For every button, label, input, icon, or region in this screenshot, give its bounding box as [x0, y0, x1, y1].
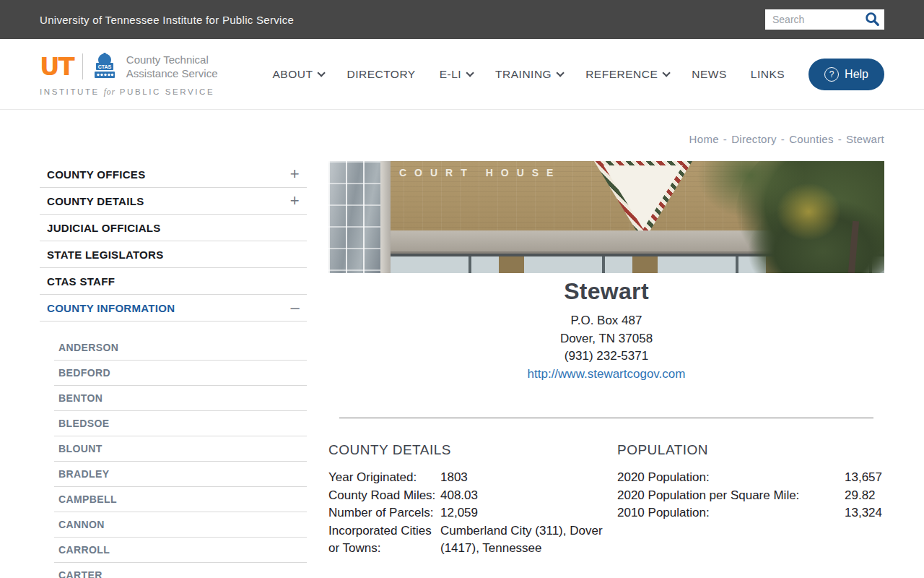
tree-foliage [776, 183, 841, 241]
search-input[interactable] [772, 14, 864, 25]
population-row: 2020 Population: 13,657 [617, 469, 884, 487]
sidebar-item-county-offices[interactable]: COUNTY OFFICES + [40, 161, 307, 188]
nav-training[interactable]: TRAINING [495, 68, 562, 81]
breadcrumb-counties[interactable]: Counties [789, 133, 834, 145]
help-button[interactable]: ? Help [808, 59, 884, 90]
population-heading: POPULATION [617, 442, 884, 458]
address-line-1: P.O. Box 487 [328, 312, 884, 330]
county-link-carroll[interactable]: CARROLL [54, 538, 307, 563]
breadcrumb: Home-Directory-Counties-Stewart [0, 133, 924, 145]
breadcrumb-separator: - [781, 133, 785, 145]
institute-tagline: INSTITUTE for PUBLIC SERVICE [40, 87, 218, 96]
logo-divider [82, 53, 83, 79]
population-row: 2020 Population per Square Mile: 29.82 [617, 487, 884, 505]
detail-row: Incorporated Cities or Towns: Cumberland… [328, 522, 610, 558]
sidebar: COUNTY OFFICES + COUNTY DETAILS + JUDICI… [40, 161, 307, 578]
nav-directory[interactable]: DIRECTORY [346, 68, 415, 81]
courthouse-photo: COURT HOUSE [328, 161, 884, 273]
breadcrumb-separator: - [838, 133, 842, 145]
county-website-link[interactable]: http://www.stewartcogov.com [528, 367, 686, 381]
ctas-capitol-icon: CTAS [92, 53, 118, 80]
svg-text:CTAS: CTAS [98, 64, 112, 69]
section-divider [339, 418, 873, 418]
population-row: 2010 Population: 13,324 [617, 504, 884, 522]
nav-news[interactable]: NEWS [692, 68, 727, 81]
county-link-bledsoe[interactable]: BLEDSOE [54, 411, 307, 436]
plus-icon[interactable]: + [290, 166, 300, 182]
glass-curtain-wall [328, 161, 380, 273]
county-details-section: COUNTY DETAILS Year Originated: 1803 Cou… [328, 442, 610, 558]
main-panel: COURT HOUSE Stewart P.O. Box 487 Dover, … [328, 161, 884, 578]
detail-row: Number of Parcels: 12,059 [328, 504, 610, 522]
courthouse-sign-text: COURT HOUSE [399, 167, 561, 178]
county-link-cannon[interactable]: CANNON [54, 512, 307, 538]
plus-icon[interactable]: + [290, 193, 300, 209]
county-list: ANDERSON BEDFORD BENTON BLEDSOE BLOUNT B… [54, 335, 307, 578]
search-box[interactable] [765, 9, 884, 30]
page-title: Stewart [328, 277, 884, 306]
wall-pillar [380, 161, 391, 273]
search-button[interactable] [864, 11, 880, 29]
sidebar-item-ctas-staff[interactable]: CTAS STAFF [40, 268, 307, 295]
nav-links[interactable]: LINKS [751, 68, 785, 81]
county-link-benton[interactable]: BENTON [54, 386, 307, 411]
site-title: University of Tennessee Institute for Pu… [40, 14, 294, 26]
county-link-campbell[interactable]: CAMPBELL [54, 487, 307, 512]
minus-icon[interactable]: – [290, 300, 300, 316]
breadcrumb-home[interactable]: Home [689, 133, 719, 145]
chevron-down-icon [318, 69, 326, 77]
county-link-anderson[interactable]: ANDERSON [54, 335, 307, 361]
nav-reference[interactable]: REFERENCE [585, 68, 668, 81]
county-address: P.O. Box 487 Dover, TN 37058 (931) 232-5… [328, 312, 884, 366]
nav-eli[interactable]: E-LI [440, 68, 471, 81]
sidebar-item-judicial-officials[interactable]: JUDICIAL OFFICIALS [40, 215, 307, 241]
population-section: POPULATION 2020 Population: 13,657 2020 … [617, 442, 884, 558]
address-line-2: Dover, TN 37058 [328, 330, 884, 348]
ctas-logo[interactable]: UT CTAS County Technical Assi [40, 53, 218, 96]
detail-row: Year Originated: 1803 [328, 469, 610, 487]
sidebar-item-county-information[interactable]: COUNTY INFORMATION – [40, 295, 307, 322]
sidebar-item-state-legislators[interactable]: STATE LEGISLATORS [40, 241, 307, 268]
county-details-heading: COUNTY DETAILS [328, 442, 610, 458]
county-link-blount[interactable]: BLOUNT [54, 436, 307, 462]
county-phone: (931) 232-5371 [328, 348, 884, 366]
main-nav: ABOUT DIRECTORY E-LI TRAINING REFERENCE … [273, 59, 884, 90]
utility-bar: University of Tennessee Institute for Pu… [0, 0, 924, 39]
help-question-icon: ? [824, 67, 839, 82]
content-area: COUNTY OFFICES + COUNTY DETAILS + JUDICI… [0, 161, 924, 578]
chevron-down-icon [557, 69, 565, 77]
county-link-carter[interactable]: CARTER [54, 563, 307, 578]
chevron-down-icon [466, 69, 474, 77]
nav-about[interactable]: ABOUT [273, 68, 323, 81]
site-header: UT CTAS County Technical Assi [0, 39, 924, 110]
org-name: County Technical Assistance Service [126, 53, 218, 80]
county-link-bradley[interactable]: BRADLEY [54, 462, 307, 487]
detail-row: County Road Miles: 408.03 [328, 487, 610, 505]
breadcrumb-separator: - [723, 133, 727, 145]
search-icon [864, 11, 880, 29]
breadcrumb-directory[interactable]: Directory [731, 133, 777, 145]
breadcrumb-current: Stewart [846, 133, 884, 145]
county-link-bedford[interactable]: BEDFORD [54, 361, 307, 386]
sidebar-item-county-details[interactable]: COUNTY DETAILS + [40, 188, 307, 215]
ut-logo: UT [40, 54, 74, 79]
chevron-down-icon [663, 69, 671, 77]
